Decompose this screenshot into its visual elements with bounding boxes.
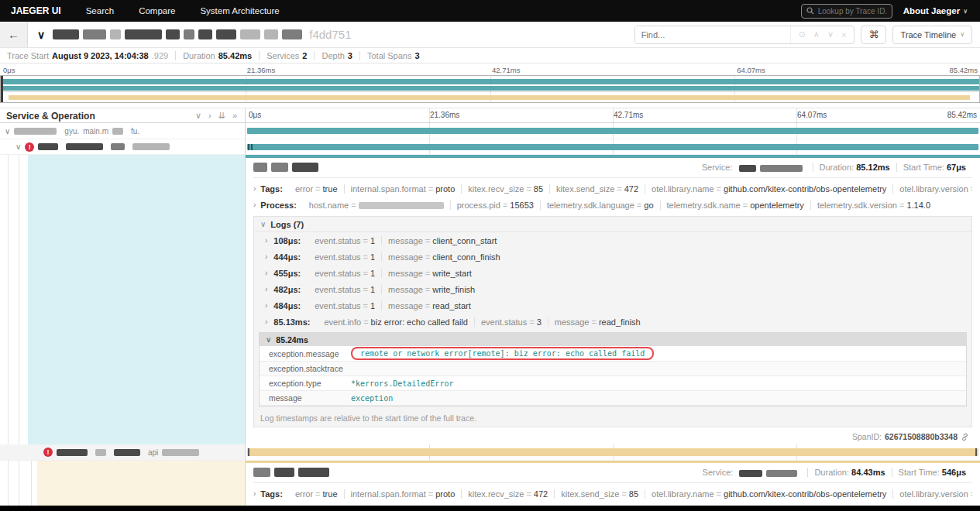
span-service: Service: bbox=[696, 163, 813, 172]
keyboard-shortcuts-button[interactable]: ⌘ bbox=[861, 26, 886, 44]
log-entry[interactable]: › 482μs: event.status=1message=write_fin… bbox=[254, 281, 971, 297]
log-field-value: remote or network error[remote]: biz err… bbox=[351, 347, 654, 360]
trace-id-suffix: f4dd751 bbox=[309, 28, 351, 41]
trace-id-lookup-input[interactable] bbox=[818, 7, 887, 15]
deep-link-icon[interactable] bbox=[961, 433, 969, 441]
expand-chevron-icon[interactable]: ∨ bbox=[15, 142, 21, 151]
expand-chevron-icon: › bbox=[253, 201, 256, 209]
clear-find-icon[interactable]: × bbox=[841, 30, 846, 39]
expand-chevron-icon: › bbox=[265, 269, 267, 277]
span-name-cell[interactable]: ! api bbox=[0, 444, 246, 461]
log-field: event.info=biz error: echo called faild bbox=[318, 317, 473, 327]
span-duration-bar[interactable] bbox=[247, 144, 978, 150]
log-field-key: message bbox=[388, 252, 423, 262]
span-detail-header[interactable]: Service: Duration: 84.43ms Start Time: 5… bbox=[246, 463, 980, 480]
log-entry[interactable]: › 484μs: event.status=1message=read_star… bbox=[254, 297, 971, 314]
span-name-cell[interactable]: ∨ gyu. main.m fu. bbox=[0, 123, 246, 139]
log-field: event.status=1 bbox=[308, 236, 381, 245]
tag-value: 472 bbox=[624, 184, 638, 194]
tags-row[interactable]: › Tags: error=trueinternal.span.format=p… bbox=[246, 180, 980, 197]
log-field: message=client_conn_start bbox=[381, 236, 503, 245]
view-selector-dropdown[interactable]: Trace Timeline ∨ bbox=[892, 26, 972, 44]
log-field-value: 1 bbox=[370, 236, 375, 245]
logs-header[interactable]: ∨ Logs (7) bbox=[254, 217, 971, 232]
log-field-key: event.status bbox=[481, 317, 527, 327]
process-value: opentelemetry bbox=[750, 201, 804, 210]
tag-key: error bbox=[295, 184, 313, 194]
log-field: event.status=1 bbox=[308, 269, 381, 278]
process-row[interactable]: › Process: host.name=process.pid=15653te… bbox=[246, 197, 980, 213]
span-duration-bar[interactable] bbox=[247, 448, 978, 456]
log-entry[interactable]: › 108μs: event.status=1message=client_co… bbox=[254, 232, 971, 249]
expand-chevron-icon: › bbox=[253, 489, 256, 498]
tag-item: otel.library.version=semver:0.29.0 bbox=[892, 489, 972, 499]
back-button[interactable]: ← bbox=[0, 22, 28, 47]
log-entry[interactable]: › 85.13ms: event.info=biz error: echo ca… bbox=[254, 314, 971, 330]
log-field: message=write_finish bbox=[381, 285, 481, 294]
tags-label: Tags: bbox=[260, 489, 283, 499]
span-bar-cell[interactable] bbox=[246, 139, 980, 155]
collapse-all-icon[interactable]: ⇊ bbox=[218, 111, 225, 121]
tag-item: otel.library.name=github.com/kitex-contr… bbox=[645, 184, 892, 194]
span-name-fragment: gyu. bbox=[64, 127, 79, 135]
next-match-icon[interactable]: ∨ bbox=[827, 29, 834, 39]
span-name-fragment: main.m bbox=[83, 127, 108, 135]
trace-collapse-chevron-icon[interactable]: ∨ bbox=[37, 29, 45, 41]
expand-chevron-icon[interactable]: ∨ bbox=[5, 127, 10, 135]
span-name-fragment: api bbox=[148, 448, 158, 457]
process-item: telemetry.sdk.name=opentelemetry bbox=[660, 201, 810, 210]
tag-value: proto bbox=[435, 184, 455, 194]
tag-value: true bbox=[323, 489, 338, 499]
minimap-drag-handle[interactable] bbox=[1, 76, 3, 102]
timeline-header: Service & Operation ∨ › ⇊ » 0μs 21.36ms … bbox=[0, 108, 980, 123]
span-detail-header[interactable]: Service: Duration: 85.12ms Start Time: 6… bbox=[246, 158, 980, 175]
process-item: host.name= bbox=[303, 201, 450, 210]
span-name-cell[interactable]: ∨ ! bbox=[0, 139, 246, 155]
top-navbar: JAEGER UI Search Compare System Architec… bbox=[0, 0, 980, 22]
tag-item: kitex.send_size=472 bbox=[549, 184, 645, 194]
about-jaeger-menu[interactable]: About Jaeger ∨ bbox=[903, 6, 968, 15]
log-field-key: message bbox=[260, 393, 351, 403]
chevron-down-icon: ∨ bbox=[963, 8, 968, 15]
log-entry[interactable]: › 455μs: event.status=1message=write_sta… bbox=[254, 265, 971, 281]
log-field-key: event.status bbox=[315, 301, 360, 310]
nav-item-compare[interactable]: Compare bbox=[126, 6, 187, 15]
find-input[interactable] bbox=[635, 26, 790, 43]
expand-chevron-icon: › bbox=[265, 317, 267, 326]
span-duration-bar[interactable] bbox=[247, 128, 978, 134]
tags-row[interactable]: › Tags: error=trueinternal.span.format=p… bbox=[246, 485, 980, 502]
log-field-row: exception.type *kerrors.DetailedError bbox=[260, 376, 966, 391]
minimap-viewport[interactable] bbox=[0, 75, 980, 103]
collapse-one-icon[interactable]: ∨ bbox=[195, 111, 201, 121]
log-field-value: read_finish bbox=[599, 317, 641, 327]
tag-key: otel.library.version bbox=[899, 184, 968, 194]
expanded-log: ∨ 85.24ms exception.message remote or ne… bbox=[259, 332, 967, 406]
tag-key: kitex.recv_size bbox=[468, 184, 524, 194]
log-field-key: event.status bbox=[315, 252, 360, 262]
process-item: telemetry.sdk.version=1.14.0 bbox=[810, 201, 937, 210]
span-row: ! api bbox=[0, 444, 980, 461]
log-field: event.status=1 bbox=[308, 301, 381, 310]
nav-item-search[interactable]: Search bbox=[74, 6, 126, 15]
expand-all-icon[interactable]: » bbox=[232, 111, 237, 121]
process-value: 1.14.0 bbox=[906, 201, 930, 210]
expanded-log-header[interactable]: ∨ 85.24ms bbox=[260, 333, 966, 346]
expand-one-icon[interactable]: › bbox=[208, 111, 211, 121]
log-field-value: 1 bbox=[370, 301, 375, 310]
focus-match-icon[interactable]: ⊙ bbox=[799, 29, 806, 39]
process-key: host.name bbox=[309, 201, 349, 210]
span-bar-cell[interactable] bbox=[246, 123, 980, 139]
trace-total-spans: Total Spans3 bbox=[359, 51, 427, 60]
nav-item-system-architecture[interactable]: System Architecture bbox=[187, 6, 291, 15]
tag-value: 472 bbox=[534, 489, 548, 499]
span-bar-cell[interactable] bbox=[246, 444, 980, 461]
log-field-row: exception.message remote or network erro… bbox=[260, 346, 966, 362]
prev-match-icon[interactable]: ∧ bbox=[813, 29, 820, 39]
tag-value: 85 bbox=[534, 184, 543, 194]
log-field: event.status=1 bbox=[308, 285, 381, 294]
operation-name-redacted bbox=[253, 468, 333, 477]
letterbox-bar bbox=[0, 506, 980, 511]
log-marker bbox=[975, 448, 977, 456]
log-entry[interactable]: › 444μs: event.status=1message=client_co… bbox=[254, 249, 971, 265]
process-key: telemetry.sdk.version bbox=[817, 201, 897, 210]
